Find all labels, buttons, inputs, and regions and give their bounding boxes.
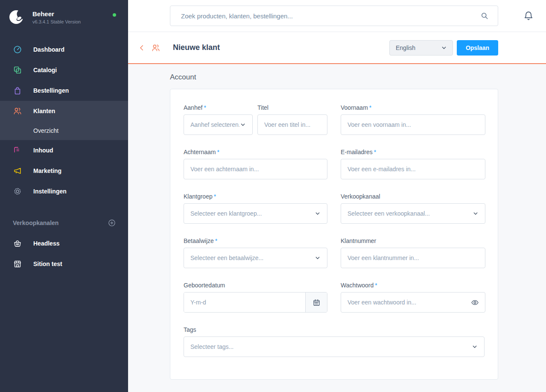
- field-label-achternaam: Achternaam*: [184, 149, 327, 155]
- sidebar-item-label: Bestellingen: [33, 87, 69, 94]
- chevron-down-icon: [471, 343, 478, 350]
- required-marker: *: [375, 282, 377, 289]
- sidebar-item-label: Marketing: [33, 167, 61, 174]
- sales-channels-section: Verkoopkanalen Headless: [0, 213, 128, 274]
- dashboard-icon: [13, 45, 22, 54]
- customers-icon: [13, 106, 22, 116]
- required-marker: *: [217, 149, 219, 155]
- language-select-value: English: [396, 44, 441, 51]
- basket-icon: [13, 239, 22, 248]
- required-marker: *: [204, 104, 206, 111]
- password-input[interactable]: [341, 292, 485, 313]
- bell-icon[interactable]: [523, 11, 534, 21]
- field-label-betaalwijze: Betaalwijze*: [184, 237, 327, 244]
- app-name: Beheer: [32, 10, 81, 18]
- main-area: Nieuwe klant English Opslaan Account: [128, 0, 546, 392]
- customers-icon: [151, 43, 161, 53]
- tags-select[interactable]: Selecteer tags...: [184, 336, 485, 357]
- search-input[interactable]: [170, 6, 498, 26]
- main-navigation: Dashboard Catalogi Bestellingen: [0, 39, 128, 202]
- field-label-voornaam: Voornaam*: [341, 104, 485, 111]
- customer-group-placeholder: Selecteer een klantgroep...: [190, 210, 314, 217]
- sidebar-item-label: Inhoud: [33, 147, 53, 154]
- plus-circle-icon[interactable]: [108, 219, 116, 227]
- payment-method-placeholder: Selecteer een betaalwijze...: [190, 255, 314, 261]
- field-label-wachtwoord: Wachtwoord*: [341, 282, 485, 289]
- field-label-klantgroep: Klantgroep*: [184, 193, 327, 200]
- birthday-field: [184, 292, 327, 313]
- shopware-logo-icon: [8, 8, 26, 26]
- search-icon[interactable]: [480, 12, 489, 20]
- sidebar-item-sition-test[interactable]: Sition test: [0, 254, 128, 274]
- title-input[interactable]: [257, 114, 327, 135]
- salutation-select[interactable]: Aanhef selecteren...: [184, 114, 253, 135]
- language-select[interactable]: English: [389, 40, 453, 56]
- sidebar-item-label: Instellingen: [33, 188, 67, 195]
- password-field: [341, 292, 485, 313]
- account-form-card: Aanhef* Aanhef selecteren... Titel: [170, 89, 498, 380]
- required-marker: *: [369, 104, 371, 111]
- required-marker: *: [214, 193, 216, 200]
- required-marker: *: [215, 237, 217, 244]
- sidebar-item-label: Dashboard: [33, 46, 64, 53]
- chevron-down-icon: [239, 121, 246, 128]
- payment-method-select[interactable]: Selecteer een betaalwijze...: [184, 248, 327, 268]
- back-button[interactable]: [138, 44, 146, 52]
- customer-group-select[interactable]: Selecteer een klantgroep...: [184, 203, 327, 224]
- app-header: Beheer v6.3.4.1 Stable Version: [0, 0, 128, 33]
- storefront-icon: [13, 259, 22, 269]
- first-name-input[interactable]: [341, 114, 485, 135]
- required-marker: *: [374, 149, 376, 155]
- sidebar-item-label: Catalogi: [33, 67, 57, 73]
- smart-bar: Nieuwe klant English Opslaan: [128, 32, 546, 64]
- chevron-down-icon: [314, 255, 321, 261]
- sidebar-item-klanten[interactable]: Klanten: [0, 101, 128, 121]
- sidebar-item-inhoud[interactable]: Inhoud: [0, 140, 128, 161]
- field-label-klantnummer: Klantnummer: [341, 237, 485, 244]
- sales-channels-header: Verkoopkanalen: [13, 219, 58, 226]
- sidebar-subitem-label: Overzicht: [33, 127, 58, 134]
- sidebar-item-headless[interactable]: Headless: [0, 233, 128, 254]
- chevron-down-icon: [472, 210, 479, 217]
- status-dot: [113, 13, 116, 17]
- sidebar-active-section: Klanten Overzicht: [0, 101, 128, 140]
- tags-select-placeholder: Selecteer tags...: [190, 343, 471, 350]
- sidebar-item-label: Headless: [33, 240, 59, 247]
- gear-icon: [13, 187, 22, 196]
- app-version: v6.3.4.1 Stable Version: [32, 19, 81, 24]
- field-label-geboortedatum: Geboortedatum: [184, 282, 327, 289]
- sidebar-item-instellingen[interactable]: Instellingen: [0, 181, 128, 202]
- global-search: [170, 6, 498, 26]
- field-label-titel: Titel: [257, 104, 327, 111]
- sidebar-item-dashboard[interactable]: Dashboard: [0, 39, 128, 60]
- content-layout-icon: [13, 146, 22, 155]
- field-label-tags: Tags: [184, 326, 485, 333]
- field-label-aanhef: Aanhef*: [184, 104, 253, 111]
- sidebar-item-overzicht[interactable]: Overzicht: [0, 121, 128, 140]
- chevron-down-icon: [441, 44, 447, 51]
- calendar-icon[interactable]: [305, 293, 327, 312]
- top-header: [128, 0, 546, 32]
- megaphone-icon: [13, 166, 22, 176]
- sidebar-item-label: Klanten: [33, 108, 55, 114]
- page-title: Nieuwe klant: [173, 43, 220, 52]
- app-root: Beheer v6.3.4.1 Stable Version Dashboard: [0, 0, 546, 392]
- sidebar-item-catalogi[interactable]: Catalogi: [0, 60, 128, 80]
- sidebar-item-label: Sition test: [33, 260, 62, 267]
- sidebar-item-bestellingen[interactable]: Bestellingen: [0, 80, 128, 101]
- catalog-icon: [13, 65, 22, 75]
- field-label-emailadres: E-mailadres*: [341, 149, 485, 155]
- page-content: Account Aanhef* Aanhef selecteren...: [128, 64, 546, 392]
- eye-icon[interactable]: [471, 298, 479, 307]
- sidebar: Beheer v6.3.4.1 Stable Version Dashboard: [0, 0, 128, 392]
- last-name-input[interactable]: [184, 159, 327, 179]
- orders-bag-icon: [13, 86, 22, 95]
- save-button[interactable]: Opslaan: [457, 40, 498, 56]
- sales-channel-placeholder: Selecteer een verkoopkanaal...: [347, 210, 472, 217]
- sidebar-item-marketing[interactable]: Marketing: [0, 161, 128, 181]
- sales-channel-select[interactable]: Selecteer een verkoopkanaal...: [341, 203, 485, 224]
- field-label-verkoopkanaal: Verkoopkanaal: [341, 193, 485, 200]
- birthday-input[interactable]: [184, 293, 305, 312]
- email-input[interactable]: [341, 159, 485, 179]
- customer-number-input[interactable]: [341, 248, 485, 268]
